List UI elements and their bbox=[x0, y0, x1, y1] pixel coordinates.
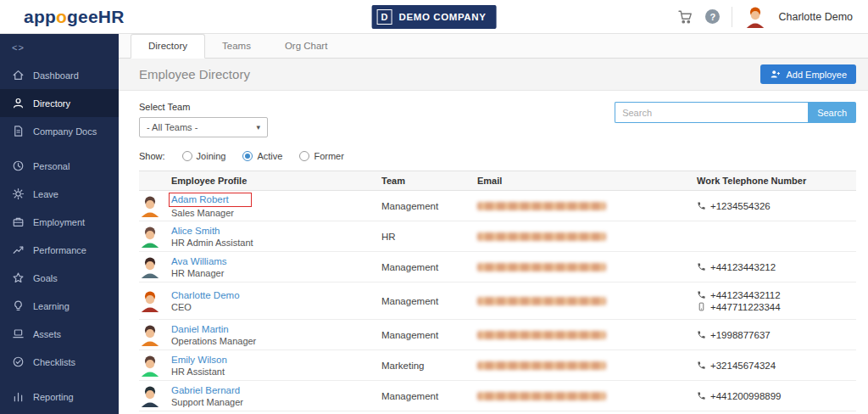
app-window: appogeeHR D DEMO COMPANY ? bbox=[0, 0, 868, 414]
radio-former-circle[interactable] bbox=[299, 151, 309, 161]
sidebar-item-leave[interactable]: Leave bbox=[0, 180, 119, 208]
check-circle-icon bbox=[12, 355, 25, 368]
help-glyph: ? bbox=[705, 9, 720, 24]
sidebar-item-dashboard[interactable]: Dashboard bbox=[0, 61, 119, 89]
sidebar-item-goals[interactable]: Goals bbox=[0, 264, 119, 292]
table-row: Gabriel Bernard Support Manager Manageme… bbox=[139, 381, 856, 411]
sidebar-item-assets[interactable]: Assets bbox=[0, 320, 119, 348]
main-content: Directory Teams Org Chart Employee Direc… bbox=[119, 34, 868, 414]
radio-joining[interactable]: Joining bbox=[182, 151, 226, 161]
sidebar-item-label: Reporting bbox=[33, 392, 74, 402]
employee-name-link[interactable]: Adam Robert bbox=[169, 193, 252, 207]
email-redacted bbox=[477, 202, 606, 210]
employee-team: Management bbox=[381, 330, 477, 340]
table-header-row: Employee Profile Team Email Work Telepho… bbox=[139, 171, 856, 191]
sidebar-item-reporting[interactable]: Reporting bbox=[0, 383, 119, 411]
sidebar-collapse-icon[interactable]: <> bbox=[0, 39, 119, 61]
email-redacted bbox=[477, 331, 606, 339]
phone-number: +1998877637 bbox=[710, 330, 771, 340]
sidebar-item-directory[interactable]: Directory bbox=[0, 89, 119, 117]
page-header: Employee Directory Add Employee bbox=[119, 59, 868, 91]
email-redacted bbox=[477, 361, 606, 370]
radio-joining-circle[interactable] bbox=[182, 151, 192, 161]
logged-in-user-name[interactable]: Charlotte Demo bbox=[778, 11, 853, 23]
tab-teams[interactable]: Teams bbox=[205, 35, 268, 58]
radio-active-label: Active bbox=[257, 151, 282, 161]
sidebar-item-performance[interactable]: Performance bbox=[0, 236, 119, 264]
phone-icon bbox=[697, 361, 706, 370]
mobile-phone-icon bbox=[697, 302, 706, 311]
employee-name-link[interactable]: Alice Smith bbox=[171, 225, 220, 237]
briefcase-icon bbox=[12, 215, 25, 228]
logo-text: app bbox=[24, 7, 56, 26]
table-row: Ava Williams HR Manager Management +4412… bbox=[139, 252, 856, 283]
appogee-hr-logo[interactable]: appogeeHR bbox=[24, 7, 125, 27]
radio-active[interactable]: Active bbox=[242, 151, 282, 161]
employee-name-link[interactable]: Daniel Martin bbox=[171, 323, 229, 335]
tab-directory[interactable]: Directory bbox=[131, 34, 205, 59]
sidebar-item-label: Personal bbox=[33, 161, 70, 171]
table-row: Adam Robert Sales Manager Management +12… bbox=[139, 191, 856, 221]
sidebar-nav: <> Dashboard Directory Company Docs Pers… bbox=[0, 34, 119, 414]
column-team: Team bbox=[381, 176, 477, 186]
phone-icon bbox=[697, 290, 706, 299]
employee-name-link[interactable]: Gabriel Bernard bbox=[171, 384, 240, 396]
tab-org-chart[interactable]: Org Chart bbox=[268, 35, 345, 58]
company-name: DEMO COMPANY bbox=[399, 12, 487, 22]
add-employee-button[interactable]: Add Employee bbox=[760, 64, 856, 84]
sidebar-item-checklists[interactable]: Checklists bbox=[0, 348, 119, 376]
sidebar-item-personal[interactable]: Personal bbox=[0, 152, 119, 180]
employee-team: HR bbox=[381, 232, 477, 242]
sidebar-item-label: Assets bbox=[33, 329, 61, 339]
employee-avatar bbox=[139, 256, 171, 278]
employee-name-link[interactable]: Emily Wilson bbox=[171, 354, 227, 366]
search-input[interactable] bbox=[615, 102, 808, 123]
employee-name-link[interactable]: Charlotte Demo bbox=[171, 289, 240, 301]
search-button[interactable]: Search bbox=[808, 102, 856, 123]
table-row: Alice Smith HR Admin Assistant HR bbox=[139, 221, 856, 252]
email-redacted bbox=[477, 297, 606, 305]
page-title: Employee Directory bbox=[139, 67, 250, 81]
email-redacted bbox=[477, 263, 606, 271]
employee-role: Support Manager bbox=[171, 396, 381, 408]
clock-icon bbox=[12, 159, 25, 172]
radio-active-circle[interactable] bbox=[242, 151, 253, 161]
employee-name-link[interactable]: Ava Williams bbox=[171, 255, 227, 267]
help-icon[interactable]: ? bbox=[705, 9, 720, 24]
logo-accent: o bbox=[56, 7, 67, 26]
sidebar-item-label: Directory bbox=[33, 98, 70, 109]
phone-number: +447711223344 bbox=[710, 302, 781, 312]
employee-team: Management bbox=[381, 296, 477, 306]
column-employee-profile: Employee Profile bbox=[171, 176, 381, 186]
employee-avatar bbox=[139, 195, 171, 217]
phone-icon bbox=[697, 391, 706, 400]
bar-chart-icon bbox=[12, 390, 25, 403]
phone-number: +441234432112 bbox=[710, 290, 781, 300]
employee-avatar bbox=[139, 355, 171, 377]
phone-number: +44123443212 bbox=[710, 262, 776, 272]
logo-text-2: gee bbox=[67, 7, 98, 26]
phone-number: +1234554326 bbox=[710, 201, 771, 211]
cart-icon[interactable] bbox=[677, 9, 693, 25]
filters-section: Select Team - All Teams - Search bbox=[119, 91, 868, 137]
sidebar-item-label: Performance bbox=[33, 245, 86, 255]
employee-role: Sales Manager bbox=[171, 207, 381, 219]
team-select-dropdown[interactable]: - All Teams - bbox=[139, 117, 268, 137]
employee-role: HR Assistant bbox=[171, 366, 381, 378]
email-redacted bbox=[477, 232, 606, 241]
phone-number: +32145674324 bbox=[710, 361, 776, 371]
table-row: Daniel Martin Operations Manager Managem… bbox=[139, 320, 856, 350]
sidebar-item-learning[interactable]: Learning bbox=[0, 292, 119, 320]
employee-role: CEO bbox=[171, 301, 381, 313]
sidebar-item-employment[interactable]: Employment bbox=[0, 208, 119, 236]
employee-team: Marketing bbox=[381, 361, 477, 371]
radio-former[interactable]: Former bbox=[299, 151, 343, 161]
laptop-icon bbox=[12, 327, 25, 340]
employee-avatar bbox=[139, 290, 171, 312]
phone-icon bbox=[697, 330, 706, 339]
employee-team: Management bbox=[381, 391, 477, 401]
home-icon bbox=[12, 69, 25, 81]
sidebar-item-label: Leave bbox=[33, 189, 58, 199]
sidebar-item-company-docs[interactable]: Company Docs bbox=[0, 117, 119, 145]
user-avatar[interactable] bbox=[744, 6, 766, 28]
